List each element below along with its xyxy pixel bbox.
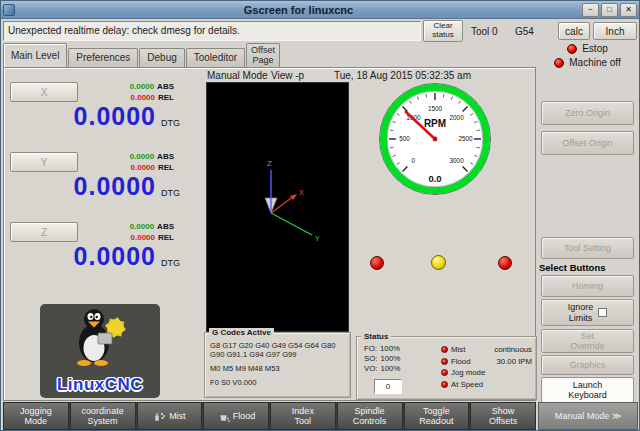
gremlin-canvas[interactable]: Z X Y bbox=[206, 82, 349, 332]
machine-off-label: Machine off bbox=[569, 57, 621, 68]
fo-label: FO: bbox=[364, 344, 377, 353]
show-offsets-label: Show Offsets bbox=[489, 406, 517, 427]
machine-off-toggle[interactable]: Machine off bbox=[536, 56, 639, 69]
homing-button[interactable]: Homing bbox=[541, 275, 634, 297]
axis-x-readouts: 0.0000ABS 0.0000REL bbox=[88, 81, 174, 103]
gcode-line-1: G8 G17 G20 G40 G49 G54 G64 G80 bbox=[210, 341, 346, 350]
coordinate-system-label: coordinate System bbox=[82, 406, 124, 427]
status-frame: Status FO:100% SO:100% VO:100% 0 Mistcon… bbox=[356, 336, 537, 400]
jogging-mode-button[interactable]: Jogging Mode bbox=[3, 402, 69, 430]
axis-z-readouts: 0.0000ABS 0.0000REL bbox=[88, 221, 174, 243]
tab-main-level[interactable]: Main Level bbox=[3, 43, 67, 67]
tab-debug[interactable]: Debug bbox=[139, 48, 184, 67]
titlebar[interactable]: Gscreen for linuxcnc − □ ✕ bbox=[1, 1, 639, 19]
gcode-line-2: G90 G91.1 G94 G97 G99 bbox=[210, 350, 346, 359]
topbar: Unexpected realtime delay: check dmesg f… bbox=[1, 20, 639, 43]
indicator-flood: Flood30.00 IPM bbox=[441, 356, 532, 368]
axis-x-abs-value: 0.0000 bbox=[130, 82, 154, 91]
at-speed-label: At Speed bbox=[451, 380, 483, 389]
index-tool-label: Index Tool bbox=[292, 406, 314, 427]
statusbar-message: Unexpected realtime delay: check dmesg f… bbox=[3, 21, 421, 41]
axis-triad: Z X Y bbox=[207, 83, 348, 331]
svg-text:2000: 2000 bbox=[449, 114, 464, 121]
abs-label: ABS bbox=[157, 82, 174, 91]
calc-button[interactable]: calc bbox=[558, 22, 590, 40]
flood-button-label: Flood bbox=[233, 411, 256, 421]
vo-value: 100% bbox=[380, 364, 400, 373]
select-buttons-label: Select Buttons bbox=[539, 262, 606, 273]
so-value: 100% bbox=[380, 354, 400, 363]
zero-origin-button[interactable]: Zero Origin bbox=[541, 101, 634, 125]
launch-keyboard-label: Launch Keyboard bbox=[568, 380, 607, 401]
tab-offset-page[interactable]: Offset Page bbox=[246, 43, 280, 67]
axis-block-y: Y 0.0000ABS 0.0000REL 0.0000 DTG bbox=[4, 152, 204, 222]
jog-mode-label: Jog mode bbox=[451, 368, 485, 377]
gcodes-frame: G Codes Active G8 G17 G20 G40 G49 G54 G6… bbox=[204, 332, 351, 398]
view-label: View -p bbox=[271, 70, 304, 81]
axis-y-rel-value: 0.0000 bbox=[131, 163, 155, 172]
gauge-hub bbox=[433, 137, 438, 142]
index-tool-button[interactable]: Index Tool bbox=[270, 402, 336, 430]
axis-x-rel-value: 0.0000 bbox=[131, 93, 155, 102]
rel-label: REL bbox=[158, 163, 174, 172]
axis-z-dtg-value: 0.0000 bbox=[12, 242, 156, 271]
launch-keyboard-button[interactable]: Launch Keyboard bbox=[541, 377, 634, 403]
toggle-readout-label: Toggle Readout bbox=[419, 406, 453, 427]
coordinate-system-button[interactable]: coordinate System bbox=[70, 402, 136, 430]
axis-y-button[interactable]: Y bbox=[10, 152, 78, 172]
panel-led-left bbox=[370, 256, 384, 270]
gauge-value: 0.0 bbox=[428, 173, 441, 184]
feed-override-row: FO:100% bbox=[364, 344, 400, 353]
x-axis-arrow bbox=[290, 194, 297, 200]
panel-led-center bbox=[431, 255, 446, 270]
dtg-label: DTG bbox=[161, 258, 180, 268]
tab-preferences[interactable]: Preferences bbox=[68, 48, 138, 67]
velocity-override-row: VO:100% bbox=[364, 364, 400, 373]
mist-led bbox=[441, 346, 448, 353]
indicator-at-speed: At Speed bbox=[441, 379, 532, 391]
abs-label: ABS bbox=[157, 152, 174, 161]
estop-toggle[interactable]: Estop bbox=[536, 42, 639, 55]
z-axis-label: Z bbox=[267, 159, 272, 168]
gauge-title: RPM bbox=[424, 118, 446, 129]
axis-x-button[interactable]: X bbox=[10, 82, 78, 102]
spindle-gauge-svg: RPM 0.0 050010001500200025003000 bbox=[376, 82, 494, 200]
svg-text:3000: 3000 bbox=[449, 157, 464, 164]
mist-button-label: Mist bbox=[169, 411, 186, 421]
set-override-button[interactable]: Set Override bbox=[541, 329, 634, 353]
clear-status-button[interactable]: Clear status bbox=[423, 20, 463, 42]
toggle-readout-button[interactable]: Toggle Readout bbox=[404, 402, 470, 430]
penguin-logo-icon bbox=[68, 306, 132, 366]
gscreen-window: Gscreen for linuxcnc − □ ✕ Unexpected re… bbox=[0, 0, 640, 431]
y-axis-line bbox=[271, 213, 312, 235]
flood-button[interactable]: Flood bbox=[203, 402, 269, 430]
graphics-button[interactable]: Graphics bbox=[541, 355, 634, 375]
jogging-mode-label: Jogging Mode bbox=[20, 406, 52, 427]
spindle-controls-button[interactable]: Spindle Controls bbox=[337, 402, 403, 430]
vo-label: VO: bbox=[364, 364, 377, 373]
indicator-rows: Mistcontinuous Flood30.00 IPM Jog mode A… bbox=[441, 344, 532, 390]
ignore-limits-toggle[interactable]: Ignore Limits bbox=[541, 299, 634, 326]
units-button[interactable]: Inch bbox=[593, 22, 637, 40]
dtg-label: DTG bbox=[161, 118, 180, 128]
axis-y-readouts: 0.0000ABS 0.0000REL bbox=[88, 151, 174, 173]
svg-text:1500: 1500 bbox=[428, 105, 443, 112]
tab-tooleditor[interactable]: Tooleditor bbox=[186, 48, 245, 67]
axis-z-button[interactable]: Z bbox=[10, 222, 78, 242]
maximize-button[interactable]: □ bbox=[601, 3, 618, 17]
manual-mode-button[interactable]: Manual Mode ≫ bbox=[538, 402, 638, 430]
rel-label: REL bbox=[158, 93, 174, 102]
dtg-label: DTG bbox=[161, 188, 180, 198]
indicator-jog-mode: Jog mode bbox=[441, 367, 532, 379]
axis-z-abs-value: 0.0000 bbox=[130, 222, 154, 231]
status-title: Status bbox=[361, 332, 391, 341]
close-button[interactable]: ✕ bbox=[620, 3, 637, 17]
mist-button[interactable]: Mist bbox=[137, 402, 203, 430]
show-offsets-button[interactable]: Show Offsets bbox=[470, 402, 536, 430]
main-panel: X 0.0000ABS 0.0000REL 0.0000 DTG Y 0.000… bbox=[3, 67, 536, 401]
offset-origin-button[interactable]: Offset Origin bbox=[541, 131, 634, 155]
minimize-button[interactable]: − bbox=[582, 3, 599, 17]
tool-setting-button[interactable]: Tool Setting bbox=[541, 237, 634, 259]
abs-label: ABS bbox=[157, 222, 174, 231]
svg-text:2500: 2500 bbox=[458, 135, 473, 142]
